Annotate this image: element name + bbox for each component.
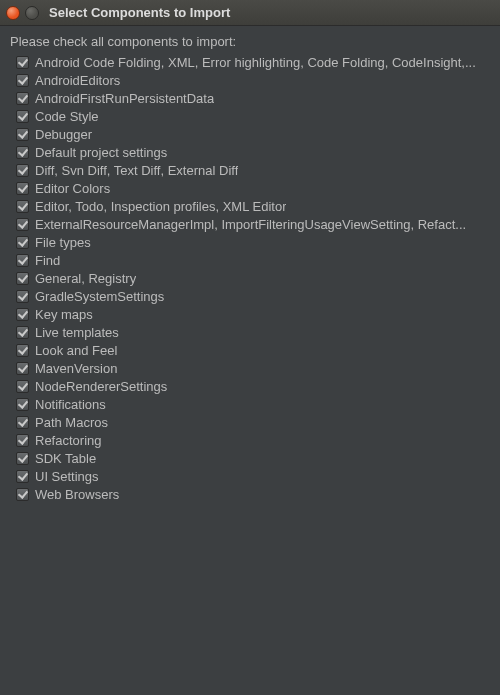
window-title: Select Components to Import <box>49 5 230 20</box>
minimize-icon[interactable] <box>25 6 39 20</box>
list-item-label: NodeRendererSettings <box>35 379 167 394</box>
list-item-label: Look and Feel <box>35 343 117 358</box>
list-item[interactable]: AndroidEditors <box>16 71 490 89</box>
list-item[interactable]: Editor, Todo, Inspection profiles, XML E… <box>16 197 490 215</box>
checkbox-icon[interactable] <box>16 182 29 195</box>
list-item[interactable]: Debugger <box>16 125 490 143</box>
list-item-label: Path Macros <box>35 415 108 430</box>
list-item[interactable]: Diff, Svn Diff, Text Diff, External Diff <box>16 161 490 179</box>
checkbox-icon[interactable] <box>16 74 29 87</box>
list-item[interactable]: Code Style <box>16 107 490 125</box>
checkbox-icon[interactable] <box>16 200 29 213</box>
list-item-label: Refactoring <box>35 433 101 448</box>
list-item-label: GradleSystemSettings <box>35 289 164 304</box>
list-item[interactable]: Web Browsers <box>16 485 490 503</box>
list-item[interactable]: MavenVersion <box>16 359 490 377</box>
checkbox-icon[interactable] <box>16 92 29 105</box>
checkbox-icon[interactable] <box>16 434 29 447</box>
checkbox-icon[interactable] <box>16 236 29 249</box>
close-icon[interactable] <box>6 6 20 20</box>
checkbox-icon[interactable] <box>16 128 29 141</box>
checkbox-icon[interactable] <box>16 344 29 357</box>
list-item-label: Editor Colors <box>35 181 110 196</box>
checkbox-icon[interactable] <box>16 380 29 393</box>
list-item[interactable]: Key maps <box>16 305 490 323</box>
list-item-label: MavenVersion <box>35 361 117 376</box>
list-item-label: Diff, Svn Diff, Text Diff, External Diff <box>35 163 238 178</box>
list-item[interactable]: Find <box>16 251 490 269</box>
checkbox-icon[interactable] <box>16 398 29 411</box>
checkbox-icon[interactable] <box>16 416 29 429</box>
window-controls <box>6 6 39 20</box>
checkbox-icon[interactable] <box>16 272 29 285</box>
list-item[interactable]: Live templates <box>16 323 490 341</box>
list-item-label: AndroidFirstRunPersistentData <box>35 91 214 106</box>
list-item[interactable]: NodeRendererSettings <box>16 377 490 395</box>
list-item[interactable]: Path Macros <box>16 413 490 431</box>
checkbox-icon[interactable] <box>16 326 29 339</box>
list-item-label: Editor, Todo, Inspection profiles, XML E… <box>35 199 286 214</box>
list-item-label: Code Style <box>35 109 99 124</box>
list-item[interactable]: Notifications <box>16 395 490 413</box>
list-item-label: Notifications <box>35 397 106 412</box>
list-item[interactable]: SDK Table <box>16 449 490 467</box>
checkbox-icon[interactable] <box>16 488 29 501</box>
list-item-label: Key maps <box>35 307 93 322</box>
list-item[interactable]: UI Settings <box>16 467 490 485</box>
list-item-label: AndroidEditors <box>35 73 120 88</box>
list-item[interactable]: Refactoring <box>16 431 490 449</box>
list-item[interactable]: Editor Colors <box>16 179 490 197</box>
list-item-label: Web Browsers <box>35 487 119 502</box>
checkbox-icon[interactable] <box>16 290 29 303</box>
list-item[interactable]: General, Registry <box>16 269 490 287</box>
list-item-label: Default project settings <box>35 145 167 160</box>
checkbox-icon[interactable] <box>16 218 29 231</box>
checkbox-icon[interactable] <box>16 452 29 465</box>
list-item[interactable]: Android Code Folding, XML, Error highlig… <box>16 53 490 71</box>
titlebar: Select Components to Import <box>0 0 500 26</box>
component-list: Android Code Folding, XML, Error highlig… <box>10 53 490 503</box>
checkbox-icon[interactable] <box>16 470 29 483</box>
list-item-label: Android Code Folding, XML, Error highlig… <box>35 55 476 70</box>
list-item[interactable]: AndroidFirstRunPersistentData <box>16 89 490 107</box>
checkbox-icon[interactable] <box>16 56 29 69</box>
dialog-content: Please check all components to import: A… <box>0 26 500 511</box>
checkbox-icon[interactable] <box>16 308 29 321</box>
list-item-label: ExternalResourceManagerImpl, ImportFilte… <box>35 217 466 232</box>
list-item-label: UI Settings <box>35 469 99 484</box>
list-item-label: File types <box>35 235 91 250</box>
checkbox-icon[interactable] <box>16 110 29 123</box>
list-item-label: Find <box>35 253 60 268</box>
list-item-label: Debugger <box>35 127 92 142</box>
instruction-text: Please check all components to import: <box>10 34 490 49</box>
list-item[interactable]: File types <box>16 233 490 251</box>
list-item[interactable]: GradleSystemSettings <box>16 287 490 305</box>
list-item-label: General, Registry <box>35 271 136 286</box>
list-item[interactable]: Look and Feel <box>16 341 490 359</box>
checkbox-icon[interactable] <box>16 164 29 177</box>
checkbox-icon[interactable] <box>16 254 29 267</box>
checkbox-icon[interactable] <box>16 362 29 375</box>
list-item[interactable]: Default project settings <box>16 143 490 161</box>
checkbox-icon[interactable] <box>16 146 29 159</box>
list-item[interactable]: ExternalResourceManagerImpl, ImportFilte… <box>16 215 490 233</box>
list-item-label: SDK Table <box>35 451 96 466</box>
list-item-label: Live templates <box>35 325 119 340</box>
